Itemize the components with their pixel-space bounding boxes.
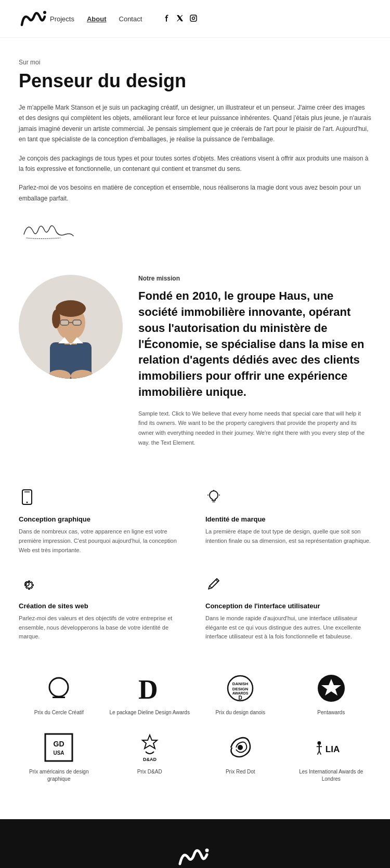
svg-point-8 (56, 300, 86, 317)
services-section: Conception graphique Dans de nombreux ca… (19, 489, 371, 642)
lia-logo: LIA (316, 732, 347, 763)
sur-moi-label: Sur moi (19, 59, 371, 66)
svg-rect-26 (53, 697, 65, 698)
footer-logo (19, 845, 371, 868)
svg-line-24 (210, 586, 212, 588)
gear-icon (19, 576, 185, 596)
svg-line-45 (319, 751, 321, 755)
svg-point-9 (52, 310, 60, 328)
awards-row-1: Prix du Cercle Créatif D Le package Diel… (19, 673, 371, 716)
svg-rect-11 (73, 320, 81, 325)
award-dieline-name: Le package Dieline Design Awards (110, 709, 190, 716)
mission-heading: Fondé en 2010, le groupe Haus, une socié… (138, 288, 371, 400)
svg-point-46 (205, 849, 209, 852)
award-danish: DANISH DESIGN AWARDS D Prix du design da… (200, 673, 281, 716)
service-2-desc: La première étape de tout type de design… (205, 527, 371, 545)
award-gd-name: Prix américains de design graphique (19, 768, 99, 783)
mission-body: Sample text. Click to We believe that ev… (138, 409, 371, 448)
award-gd: GD USA Prix américains de design graphiq… (19, 732, 99, 783)
reddot-logo (225, 732, 256, 763)
svg-point-25 (49, 678, 68, 697)
twitter-x-icon[interactable] (176, 15, 184, 23)
instagram-icon[interactable] (190, 15, 197, 23)
site-footer: Numéro, nom de rue Ville, pays, code pos… (0, 819, 390, 868)
pencil-icon (205, 576, 371, 596)
svg-point-41 (317, 741, 321, 745)
page-title: Penseur du design (19, 70, 371, 92)
svg-text:USA: USA (54, 750, 64, 756)
award-reddot: Prix Red Dot (200, 732, 281, 783)
signature (19, 216, 371, 244)
intro-para1: Je m'appelle Mark Stanson et je suis un … (19, 102, 371, 145)
hero-section: Sur moi Penseur du design Je m'appelle M… (19, 59, 371, 244)
svg-point-2 (192, 17, 195, 19)
site-header: Projects About Contact (0, 0, 390, 38)
service-brand-identity: Identité de marque La première étape de … (205, 489, 371, 555)
intro-para2: Je conçois des packagings de tous types … (19, 153, 371, 175)
svg-point-16 (27, 502, 28, 503)
award-penta: Pentawards (291, 673, 372, 716)
award-lia-name: Les International Awards de Londres (291, 768, 372, 783)
mission-section: Notre mission Fondé en 2010, le groupe H… (19, 264, 371, 458)
social-icons (163, 15, 197, 23)
svg-point-0 (43, 11, 46, 14)
svg-rect-10 (60, 320, 69, 325)
nav-projects[interactable]: Projects (50, 15, 74, 23)
awards-row-2: GD USA Prix américains de design graphiq… (19, 732, 371, 783)
award-lia: LIA Les International Awards de Londres (291, 732, 372, 783)
danish-logo: DANISH DESIGN AWARDS D (225, 673, 256, 704)
svg-text:DESIGN: DESIGN (232, 687, 249, 691)
service-web-creation: Création de sites web Parlez-moi des val… (19, 576, 185, 642)
award-dieline: D Le package Dieline Design Awards (110, 673, 190, 716)
award-cercle-name: Prix du Cercle Créatif (34, 709, 84, 716)
main-nav: Projects About Contact (50, 15, 142, 23)
dieline-logo: D (134, 673, 165, 704)
service-4-title: Conception de l'interface utilisateur (205, 602, 371, 610)
award-dad-name: Prix D&AD (137, 768, 162, 776)
svg-line-44 (317, 751, 319, 755)
mission-label: Notre mission (138, 275, 371, 282)
service-3-desc: Parlez-moi des valeurs et des objectifs … (19, 614, 185, 642)
dad-logo: D&AD (134, 732, 165, 763)
svg-point-39 (238, 745, 243, 750)
award-dad: D&AD Prix D&AD (110, 732, 190, 783)
service-4-desc: Dans le monde rapide d'aujourd'hui, une … (205, 614, 371, 642)
svg-rect-1 (190, 15, 197, 21)
service-3-title: Création de sites web (19, 602, 185, 610)
service-1-desc: Dans de nombreux cas, votre apparence en… (19, 527, 185, 555)
gd-logo: GD USA (43, 732, 74, 763)
bulb-icon (205, 489, 371, 509)
mission-text: Notre mission Fondé en 2010, le groupe H… (138, 275, 371, 447)
facebook-icon[interactable] (163, 15, 170, 23)
nav-contact[interactable]: Contact (119, 15, 142, 23)
service-graphic-design: Conception graphique Dans de nombreux ca… (19, 489, 185, 555)
svg-text:LIA: LIA (326, 744, 340, 754)
award-cercle: Prix du Cercle Créatif (19, 673, 99, 716)
nav-about[interactable]: About (87, 15, 107, 23)
mission-photo (19, 275, 123, 379)
svg-text:D: D (239, 695, 242, 701)
service-1-title: Conception graphique (19, 515, 185, 523)
intro-para3: Parlez-moi de vos besoins en matière de … (19, 182, 371, 204)
main-content: Sur moi Penseur du design Je m'appelle M… (0, 38, 390, 819)
svg-text:AWARDS: AWARDS (232, 691, 249, 695)
award-penta-name: Pentawards (317, 709, 345, 716)
svg-text:D&AD: D&AD (143, 757, 157, 762)
svg-text:D: D (138, 675, 158, 703)
penta-logo (316, 673, 347, 704)
logo[interactable] (19, 8, 50, 29)
award-reddot-name: Prix Red Dot (226, 768, 255, 776)
service-2-title: Identité de marque (205, 515, 371, 523)
cercle-logo (43, 673, 74, 704)
award-danish-name: Prix du design danois (215, 709, 265, 716)
svg-point-3 (195, 16, 196, 17)
svg-text:DANISH: DANISH (232, 682, 249, 686)
service-ui-design: Conception de l'interface utilisateur Da… (205, 576, 371, 642)
mobile-icon (19, 489, 185, 509)
svg-text:GD: GD (54, 740, 64, 748)
